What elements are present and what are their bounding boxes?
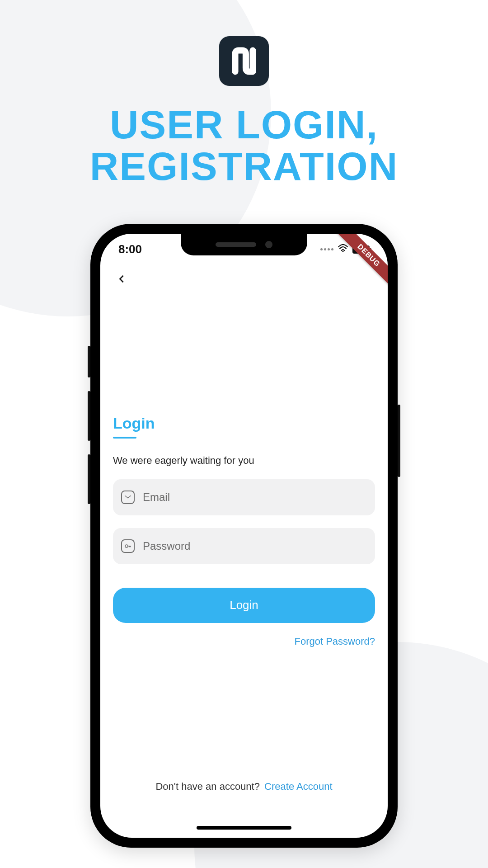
speaker-grille <box>216 242 256 247</box>
login-subtitle: We were eagerly waiting for you <box>113 455 375 467</box>
email-icon <box>121 491 135 504</box>
login-title: Login <box>113 415 155 436</box>
page-headline: User Login, Registration <box>90 104 398 188</box>
no-account-text: Don't have an account? <box>155 781 259 792</box>
login-button[interactable]: Login <box>113 588 375 623</box>
phone-frame: DEBUG 8:00 <box>90 224 398 848</box>
email-input[interactable] <box>143 491 367 504</box>
home-indicator[interactable] <box>197 826 291 830</box>
back-button[interactable] <box>113 270 131 288</box>
password-input[interactable] <box>143 540 367 552</box>
phone-side-button <box>88 454 90 504</box>
wifi-icon <box>338 244 348 255</box>
phone-side-button <box>398 405 400 477</box>
status-time: 8:00 <box>118 242 142 256</box>
phone-notch <box>181 234 307 255</box>
password-icon <box>121 539 135 553</box>
app-logo <box>219 36 269 86</box>
password-field-container[interactable] <box>113 528 375 564</box>
create-account-row: Don't have an account? Create Account <box>113 781 375 793</box>
front-camera <box>265 241 272 248</box>
email-field-container[interactable] <box>113 479 375 515</box>
phone-side-button <box>88 391 90 441</box>
phone-side-button <box>88 346 90 377</box>
cellular-icon <box>320 248 333 250</box>
phone-screen: DEBUG 8:00 <box>100 234 388 838</box>
svg-point-1 <box>125 545 128 547</box>
create-account-link[interactable]: Create Account <box>264 781 332 792</box>
headline-line-2: Registration <box>90 144 398 189</box>
headline-line-1: User Login, <box>110 102 378 147</box>
svg-point-0 <box>342 251 343 252</box>
login-title-underline <box>113 437 136 439</box>
nav-bar <box>100 265 388 292</box>
forgot-password-link[interactable]: Forgot Password? <box>294 636 375 647</box>
